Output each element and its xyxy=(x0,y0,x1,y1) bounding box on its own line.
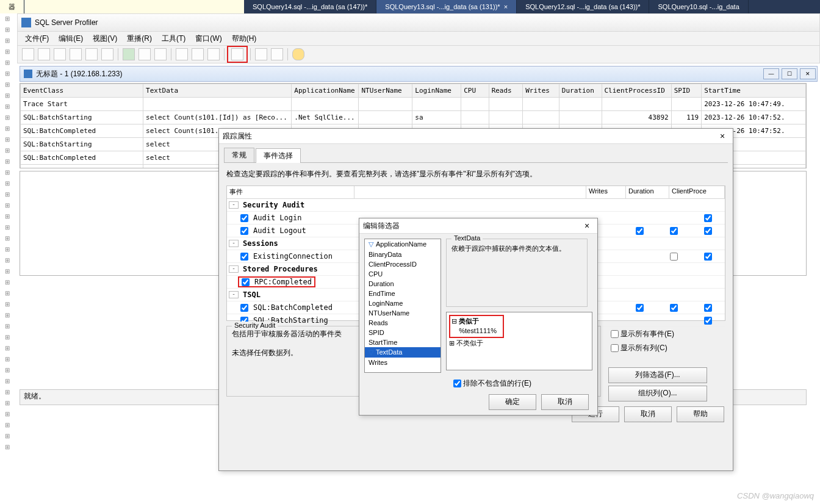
ide-tab[interactable]: SQLQuery10.sql -...ig_data xyxy=(649,0,748,13)
ide-tab[interactable]: SQLQuery14.sql -...ig_data (sa (147))* xyxy=(244,0,376,13)
ide-tab[interactable]: SQLQuery12.sql -...ig_data (sa (143))* xyxy=(517,0,649,13)
ide-tab-active[interactable]: SQLQuery13.sql -...ig_data (sa (131))* × xyxy=(376,0,517,13)
ide-tab-editor-left: 器 xyxy=(0,0,24,13)
ide-tab-spacer xyxy=(24,0,244,13)
ide-tab-strip: 器 SQLQuery14.sql -...ig_data (sa (147))*… xyxy=(0,0,820,13)
